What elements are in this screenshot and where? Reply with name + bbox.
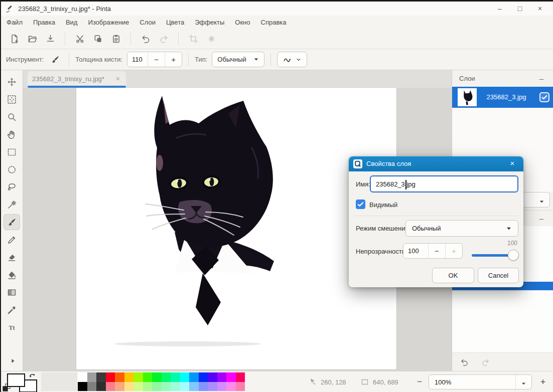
palette-swatch[interactable] bbox=[180, 372, 190, 382]
toolbar-new-image-button[interactable] bbox=[5, 30, 23, 47]
zoom-level-dropdown[interactable]: 100% bbox=[429, 374, 532, 389]
palette-swatch[interactable] bbox=[236, 372, 245, 382]
tool-magic-wand[interactable] bbox=[4, 197, 20, 213]
window-close-button[interactable]: × bbox=[530, 2, 550, 16]
menu-6[interactable]: Цвета bbox=[166, 19, 184, 26]
tool-zoom[interactable] bbox=[4, 109, 20, 125]
palette-swatch[interactable] bbox=[162, 382, 171, 391]
toolbar-paste-button[interactable] bbox=[107, 30, 125, 47]
palette-swatch[interactable] bbox=[208, 372, 217, 382]
palette-swatch[interactable] bbox=[124, 372, 134, 382]
toolbar-crop-to-selection-button[interactable] bbox=[184, 30, 202, 47]
tool-move-selected[interactable] bbox=[4, 91, 20, 107]
dialog-close-button[interactable]: × bbox=[507, 159, 517, 169]
tool-text[interactable]: Tt bbox=[4, 319, 20, 335]
recent-colors-area[interactable] bbox=[41, 372, 77, 391]
palette-swatch[interactable] bbox=[226, 372, 236, 382]
layer-visibility-checkbox[interactable] bbox=[539, 92, 549, 102]
tool-eraser[interactable] bbox=[4, 249, 20, 265]
opacity-decrease-button[interactable]: − bbox=[428, 244, 445, 258]
palette-swatch[interactable] bbox=[152, 382, 162, 391]
toolbar-copy-button[interactable] bbox=[89, 30, 107, 47]
cancel-button[interactable]: Cancel bbox=[478, 268, 519, 283]
history-undo-button[interactable] bbox=[457, 355, 471, 368]
menu-5[interactable]: Слои bbox=[140, 19, 156, 26]
opacity-value[interactable]: 100 bbox=[403, 244, 428, 258]
palette-swatch[interactable] bbox=[152, 372, 162, 382]
palette-swatch[interactable] bbox=[143, 372, 153, 382]
zoom-out-button[interactable]: − bbox=[412, 371, 427, 392]
menu-3[interactable]: Вид bbox=[66, 19, 78, 26]
menu-7[interactable]: Эффекты bbox=[195, 19, 224, 26]
palette-swatch[interactable] bbox=[180, 382, 190, 391]
palette-swatch[interactable] bbox=[115, 372, 124, 382]
palette-swatch[interactable] bbox=[106, 372, 115, 382]
window-maximize-button[interactable]: □ bbox=[510, 2, 530, 16]
palette-swatch[interactable] bbox=[217, 372, 227, 382]
tool-paintbrush[interactable] bbox=[4, 214, 20, 230]
tool-gradient[interactable] bbox=[4, 284, 20, 300]
palette-swatch[interactable] bbox=[115, 382, 124, 391]
blend-mode-dropdown[interactable]: Обычный bbox=[405, 220, 518, 237]
palette-swatch[interactable] bbox=[199, 382, 208, 391]
menu-8[interactable]: Окно bbox=[235, 19, 250, 26]
tab-close-icon[interactable]: × bbox=[116, 75, 120, 83]
swap-colors-icon[interactable] bbox=[28, 371, 37, 380]
menu-2[interactable]: Правка bbox=[33, 19, 55, 26]
palette-swatch[interactable] bbox=[96, 382, 106, 391]
toolbar-save-button[interactable] bbox=[41, 30, 59, 47]
palette-swatch[interactable] bbox=[124, 382, 134, 391]
palette-swatch[interactable] bbox=[199, 372, 208, 382]
dialog-titlebar[interactable]: Свойства слоя × bbox=[349, 156, 523, 171]
stroke-style-dropdown[interactable] bbox=[277, 52, 307, 67]
palette-swatch[interactable] bbox=[189, 372, 199, 382]
tool-ellipse-select[interactable] bbox=[4, 161, 20, 177]
tool-paint-bucket[interactable] bbox=[4, 267, 20, 283]
palette-swatch[interactable] bbox=[208, 382, 217, 391]
palette-swatch[interactable] bbox=[133, 382, 143, 391]
toolbar-cut-button[interactable] bbox=[71, 30, 89, 47]
palette-swatch[interactable] bbox=[87, 372, 97, 382]
palette-swatch[interactable] bbox=[78, 372, 87, 382]
zoom-in-button[interactable]: + bbox=[536, 371, 550, 392]
history-panel-minimize-button[interactable]: – bbox=[536, 213, 547, 224]
visible-checkbox[interactable] bbox=[356, 200, 365, 209]
tool-lasso-select[interactable] bbox=[4, 179, 20, 195]
tool-move-selection[interactable] bbox=[4, 74, 20, 90]
palette-swatch[interactable] bbox=[217, 382, 227, 391]
palette-swatch[interactable] bbox=[96, 372, 106, 382]
toolbar-deselect-button[interactable] bbox=[202, 30, 220, 47]
history-redo-button[interactable] bbox=[478, 355, 492, 368]
palette-swatch[interactable] bbox=[106, 382, 115, 391]
menu-9[interactable]: Справка bbox=[261, 19, 287, 26]
toolbox-expander-icon[interactable] bbox=[10, 357, 18, 365]
tool-pencil[interactable] bbox=[4, 232, 20, 248]
brush-width-increase-button[interactable]: + bbox=[165, 52, 182, 67]
brush-width-decrease-button[interactable]: − bbox=[148, 52, 165, 67]
menu-1[interactable]: Файл bbox=[7, 19, 23, 26]
tool-rectangle-select[interactable] bbox=[4, 144, 20, 160]
tool-color-picker[interactable] bbox=[4, 302, 20, 318]
palette-swatch[interactable] bbox=[171, 382, 180, 391]
menu-4[interactable]: Изображение bbox=[88, 19, 129, 26]
tool-pan[interactable] bbox=[4, 126, 20, 142]
opacity-slider-handle[interactable] bbox=[508, 250, 519, 261]
layer-row-selected[interactable]: 235682_3.jpg bbox=[452, 87, 553, 108]
palette-swatch[interactable] bbox=[171, 372, 180, 382]
brush-type-dropdown[interactable]: Обычный bbox=[212, 52, 264, 67]
document-tab[interactable]: 235682_3_trinixy_ru.jpg* × bbox=[28, 71, 126, 88]
palette-swatch[interactable] bbox=[162, 372, 171, 382]
palette-swatch[interactable] bbox=[226, 382, 236, 391]
current-tool-paintbrush-icon[interactable] bbox=[48, 52, 63, 67]
palette-swatch[interactable] bbox=[133, 372, 143, 382]
toolbar-redo-button[interactable] bbox=[155, 30, 173, 47]
toolbar-open-image-button[interactable] bbox=[23, 30, 41, 47]
palette-swatch[interactable] bbox=[87, 382, 97, 391]
palette-swatch[interactable] bbox=[78, 382, 87, 391]
window-minimize-button[interactable]: – bbox=[490, 2, 510, 16]
ok-button[interactable]: OK bbox=[432, 268, 474, 283]
layer-name-input[interactable]: 235682_3.jpg bbox=[370, 175, 518, 192]
opacity-increase-button[interactable]: + bbox=[445, 244, 462, 258]
layers-panel-minimize-button[interactable]: – bbox=[536, 73, 547, 84]
palette-swatch[interactable] bbox=[143, 382, 153, 391]
